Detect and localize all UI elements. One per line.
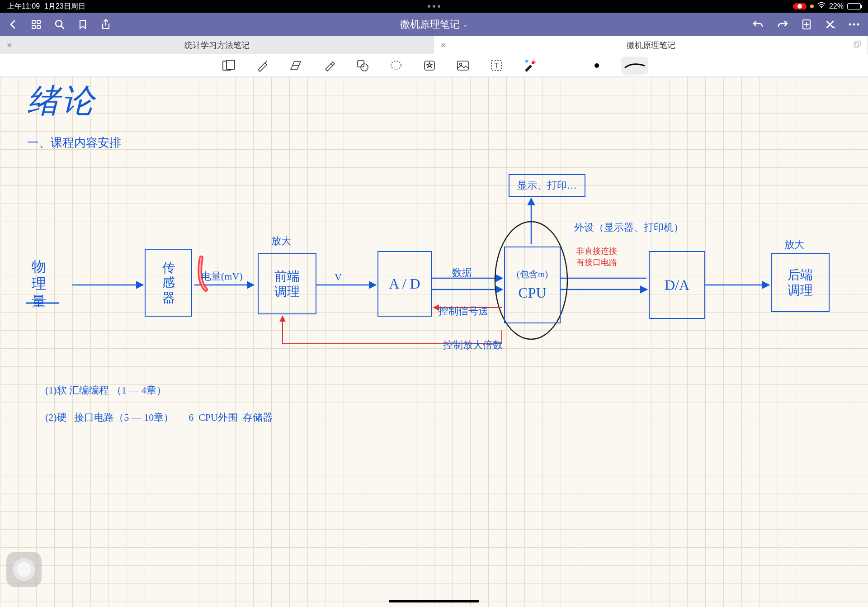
svg-rect-13 (226, 60, 235, 69)
node-physical: 物 理 量 (32, 258, 46, 310)
sticker-tool-icon[interactable] (420, 57, 439, 75)
svg-text:✱: ✱ (525, 59, 528, 64)
svg-point-0 (821, 7, 822, 8)
battery-icon (847, 3, 861, 9)
text-tool-icon[interactable]: T (487, 57, 505, 75)
node-sensor: 传 感 器 (145, 249, 192, 317)
tab-label: 统计学习方法笔记 (184, 40, 250, 51)
wifi-icon (817, 2, 826, 10)
svg-point-8 (853, 24, 855, 26)
label-sensor-out: 电量(mV) (201, 270, 243, 282)
note-title: 绪论 (27, 81, 96, 120)
svg-text:T: T (494, 62, 499, 70)
cpu-label: CPU (518, 284, 546, 301)
node-backend: 后端 调理 (771, 253, 830, 312)
svg-rect-2 (37, 20, 40, 24)
label-ctrl-signal: 控制信号送 (439, 305, 488, 317)
grid-icon[interactable] (31, 19, 42, 30)
home-indicator[interactable] (389, 600, 479, 602)
svg-point-16 (391, 61, 401, 69)
label-direct1: 非直接连接 (576, 247, 617, 256)
tab-label: 微机原理笔记 (627, 40, 675, 51)
note-canvas[interactable]: 绪论 一、课程内容安排 物 理 量 传 感 器 电量(mV) 放大 前端 调理 … (0, 77, 868, 607)
node-da: D/A (649, 251, 705, 319)
svg-point-19 (460, 63, 462, 65)
battery-percent: 22% (829, 2, 844, 10)
cpu-subnote: (包含m) (517, 269, 548, 280)
label-direct2: 有接口电路 (576, 258, 617, 268)
svg-rect-1 (32, 20, 35, 24)
eraser-tool-icon[interactable] (287, 57, 305, 75)
lasso-tool-icon[interactable] (387, 57, 405, 75)
app-toolbar: 微机原理笔记 ⌄ (0, 13, 868, 36)
chevron-down-icon: ⌄ (462, 21, 468, 28)
multitask-dots[interactable] (428, 5, 440, 8)
shape-tool-icon[interactable] (354, 57, 372, 75)
label-peripherals: 外设（显示器、打印机） (574, 222, 684, 233)
tab-inactive[interactable]: ✕ 统计学习方法笔记 (0, 36, 434, 54)
svg-rect-10 (854, 43, 859, 47)
svg-rect-3 (32, 25, 35, 28)
redo-icon[interactable] (777, 19, 788, 29)
tab-strip: ✕ 统计学习方法笔记 ✕ 微机原理笔记 (0, 36, 868, 54)
duplicate-tab-icon[interactable] (853, 40, 861, 51)
ink-layer (0, 77, 868, 607)
wifi-indicator (810, 5, 814, 8)
image-tool-icon[interactable] (454, 57, 472, 75)
screen-recording-pill[interactable] (793, 3, 807, 9)
assistive-touch[interactable] (6, 552, 42, 587)
svg-rect-18 (458, 61, 468, 70)
drawing-toolbar: T ✱ (0, 54, 868, 77)
back-icon[interactable] (8, 19, 18, 29)
node-cpu: (包含m) CPU (504, 247, 561, 323)
label-front-out: V (335, 271, 342, 283)
close-icon[interactable]: ✕ (6, 41, 12, 50)
label-back-amp: 放大 (784, 239, 804, 251)
svg-point-9 (857, 24, 859, 26)
add-page-icon[interactable] (801, 19, 812, 30)
label-ctrl-gain: 控制放大倍数 (443, 339, 503, 351)
node-frontend: 前端 调理 (258, 253, 316, 314)
share-icon[interactable] (100, 19, 111, 30)
close-edit-icon[interactable] (825, 19, 835, 30)
node-display: 显示、打印… (509, 174, 585, 197)
status-date: 1月23日周日 (44, 2, 85, 11)
svg-point-7 (849, 24, 851, 26)
bookmark-icon[interactable] (78, 19, 88, 30)
status-bar: 上午11:09 1月23日周日 22% (0, 0, 868, 13)
svg-rect-4 (37, 25, 40, 28)
section-heading: 一、课程内容安排 (27, 136, 121, 150)
search-icon[interactable] (54, 19, 65, 30)
close-icon[interactable]: ✕ (440, 41, 446, 50)
color-picker[interactable] (588, 57, 606, 75)
svg-rect-11 (856, 41, 860, 46)
note-line-1: (1)软 汇编编程 （1 — 4章） (45, 384, 166, 396)
node-ad: A / D (377, 251, 432, 317)
page-tool-icon[interactable] (220, 57, 238, 75)
document-title-text: 微机原理笔记 (400, 18, 460, 31)
label-ad-out: 数据 (452, 267, 472, 279)
pen-tool-icon[interactable] (253, 57, 271, 75)
undo-icon[interactable] (752, 19, 764, 29)
stroke-style-picker[interactable] (621, 57, 648, 75)
laser-tool-icon[interactable]: ✱ (521, 57, 539, 75)
label-amp: 放大 (271, 235, 291, 247)
svg-point-15 (361, 64, 368, 71)
more-icon[interactable] (848, 23, 860, 26)
highlighter-tool-icon[interactable] (320, 57, 338, 75)
note-line-2: (2)硬 接口电路（5 — 10章） 6 CPU外围 存储器 (45, 412, 273, 423)
document-title[interactable]: 微机原理笔记 ⌄ (400, 18, 468, 31)
tab-active[interactable]: ✕ 微机原理笔记 (434, 36, 868, 54)
status-time: 上午11:09 (7, 2, 40, 11)
